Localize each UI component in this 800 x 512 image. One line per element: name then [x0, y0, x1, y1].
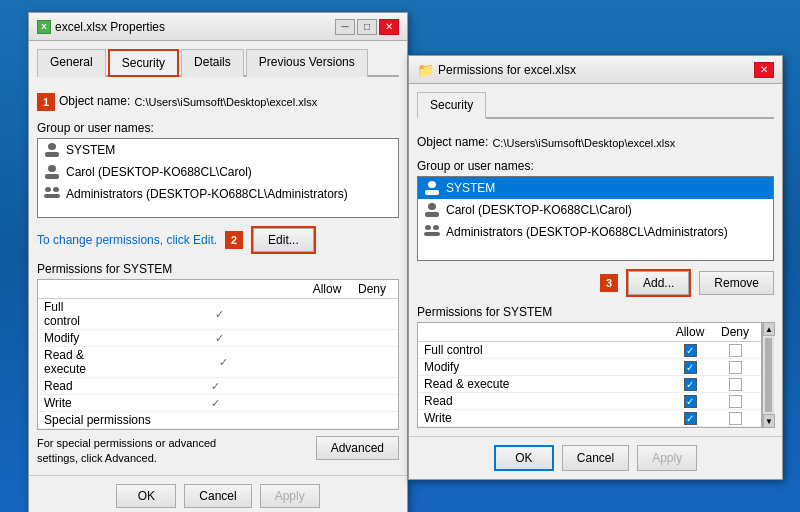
remove-button[interactable]: Remove	[699, 271, 774, 295]
perm-deny-check[interactable]	[715, 412, 755, 425]
special-note: For special permissions or advanced sett…	[37, 436, 237, 467]
perm-allow-check[interactable]: ✓	[665, 344, 715, 357]
scrollbar-right[interactable]: ▲ ▼	[762, 322, 774, 428]
checkbox-modify-allow[interactable]: ✓	[684, 361, 697, 374]
header-allow: Allow	[302, 282, 352, 296]
checkbox-modify-deny[interactable]	[729, 361, 742, 374]
user-icon-admins-right	[424, 224, 440, 240]
checkbox-fullcontrol-allow[interactable]: ✓	[684, 344, 697, 357]
checkbox-read-deny[interactable]	[729, 395, 742, 408]
perm-row-modify: Modify ✓	[38, 330, 398, 347]
tab-security[interactable]: Security	[108, 49, 179, 77]
cancel-button-right[interactable]: Cancel	[562, 445, 629, 471]
svg-rect-9	[428, 203, 436, 210]
right-dialog-titlebar: 📁 Permissions for excel.xlsx ✕	[409, 56, 782, 84]
ok-button-left[interactable]: OK	[116, 484, 176, 508]
perm-allow-check: ✓	[72, 397, 359, 410]
left-tab-bar-container: General Security Details Previous Versio…	[29, 41, 407, 77]
tab-previous-versions[interactable]: Previous Versions	[246, 49, 368, 77]
advanced-row: For special permissions or advanced sett…	[37, 436, 399, 467]
list-item[interactable]: SYSTEM	[38, 139, 398, 161]
perm-name: Write	[424, 411, 665, 425]
header-deny: Deny	[352, 282, 392, 296]
perm-deny-check[interactable]	[715, 378, 755, 391]
perm-deny-check[interactable]	[715, 344, 755, 357]
right-dialog-title-left: 📁 Permissions for excel.xlsx	[417, 62, 576, 78]
perm-name: Modify	[424, 360, 665, 374]
permissions-header-left: Allow Deny	[38, 280, 398, 299]
permissions-label-left: Permissions for SYSTEM	[37, 262, 399, 276]
svg-rect-3	[45, 174, 59, 179]
tab-details[interactable]: Details	[181, 49, 244, 77]
add-remove-row: 3 Add... Remove	[417, 269, 774, 297]
perm-name: Full control	[44, 300, 80, 328]
add-button[interactable]: Add...	[628, 271, 689, 295]
checkbox-readexecute-allow[interactable]: ✓	[684, 378, 697, 391]
checkbox-fullcontrol-deny[interactable]	[729, 344, 742, 357]
perm-name: Read & execute	[424, 377, 665, 391]
add-button-wrapper: Add...	[626, 269, 691, 297]
checkbox-write-allow[interactable]: ✓	[684, 412, 697, 425]
right-tab-bar-container: Security	[409, 84, 782, 119]
excel-icon: X	[37, 20, 51, 34]
left-tab-bar: General Security Details Previous Versio…	[37, 47, 399, 77]
object-name-row: 1 Object name: C:\Users\iSumsoft\Desktop…	[37, 93, 399, 111]
folder-icon: 📁	[417, 62, 434, 78]
perm-name: Read	[44, 379, 73, 393]
list-item[interactable]: Administrators (DESKTOP-KO688CL\Administ…	[38, 183, 398, 205]
scroll-thumb[interactable]	[765, 338, 772, 412]
header-allow-right: Allow	[665, 325, 715, 339]
left-dialog-content: 1 Object name: C:\Users\iSumsoft\Desktop…	[29, 85, 407, 475]
list-item[interactable]: Carol (DESKTOP-KO688CL\Carol)	[38, 161, 398, 183]
svg-rect-4	[45, 187, 51, 192]
tab-security-right[interactable]: Security	[417, 92, 486, 119]
close-button-right[interactable]: ✕	[754, 62, 774, 78]
perm-allow-check[interactable]: ✓	[665, 395, 715, 408]
header-name	[44, 282, 302, 296]
perm-deny-check[interactable]	[715, 395, 755, 408]
edit-button-wrapper: Edit...	[251, 226, 316, 254]
right-dialog-title: Permissions for excel.xlsx	[438, 63, 576, 77]
header-deny-right: Deny	[715, 325, 755, 339]
perm-allow-check[interactable]: ✓	[665, 361, 715, 374]
perm-row-readexecute: Read & execute ✓	[38, 347, 398, 378]
checkbox-write-deny[interactable]	[729, 412, 742, 425]
scroll-down[interactable]: ▼	[763, 414, 775, 428]
perm-allow-check: ✓	[86, 356, 360, 369]
user-listbox-left: SYSTEM Carol (DESKTOP-KO688CL\Carol) Adm…	[37, 138, 399, 218]
perm-row-write-right: Write ✓	[418, 410, 761, 427]
right-dialog-controls: ✕	[754, 62, 774, 78]
perm-row-fullcontrol-right: Full control ✓	[418, 342, 761, 359]
minimize-button[interactable]: ─	[335, 19, 355, 35]
advanced-button[interactable]: Advanced	[316, 436, 399, 460]
svg-rect-11	[425, 225, 431, 230]
edit-button[interactable]: Edit...	[253, 228, 314, 252]
header-name-right	[424, 325, 665, 339]
close-button[interactable]: ✕	[379, 19, 399, 35]
list-item[interactable]: Carol (DESKTOP-KO688CL\Carol)	[418, 199, 773, 221]
cancel-button-left[interactable]: Cancel	[184, 484, 251, 508]
list-item[interactable]: SYSTEM	[418, 177, 773, 199]
tab-general[interactable]: General	[37, 49, 106, 77]
perm-allow-check[interactable]: ✓	[665, 378, 715, 391]
svg-rect-6	[44, 194, 60, 198]
ok-button-right[interactable]: OK	[494, 445, 554, 471]
apply-button-left[interactable]: Apply	[260, 484, 320, 508]
svg-rect-10	[425, 212, 439, 217]
checkbox-read-allow[interactable]: ✓	[684, 395, 697, 408]
perm-row-write: Write ✓	[38, 395, 398, 412]
scroll-up[interactable]: ▲	[763, 322, 775, 336]
right-dialog: 📁 Permissions for excel.xlsx ✕ Security …	[408, 55, 783, 480]
permissions-table-wrapper-right: Allow Deny Full control ✓ Modify	[417, 322, 774, 428]
list-item[interactable]: Administrators (DESKTOP-KO688CL\Administ…	[418, 221, 773, 243]
user-listbox-right: SYSTEM Carol (DESKTOP-KO688CL\Carol) Adm…	[417, 176, 774, 261]
perm-deny-check[interactable]	[715, 361, 755, 374]
user-icon-system-right	[424, 180, 440, 196]
edit-button-row: To change permissions, click Edit. 2 Edi…	[37, 226, 399, 254]
perm-allow-check[interactable]: ✓	[665, 412, 715, 425]
svg-rect-8	[425, 190, 439, 195]
perm-row-read-right: Read ✓	[418, 393, 761, 410]
maximize-button[interactable]: □	[357, 19, 377, 35]
checkbox-readexecute-deny[interactable]	[729, 378, 742, 391]
apply-button-right[interactable]: Apply	[637, 445, 697, 471]
